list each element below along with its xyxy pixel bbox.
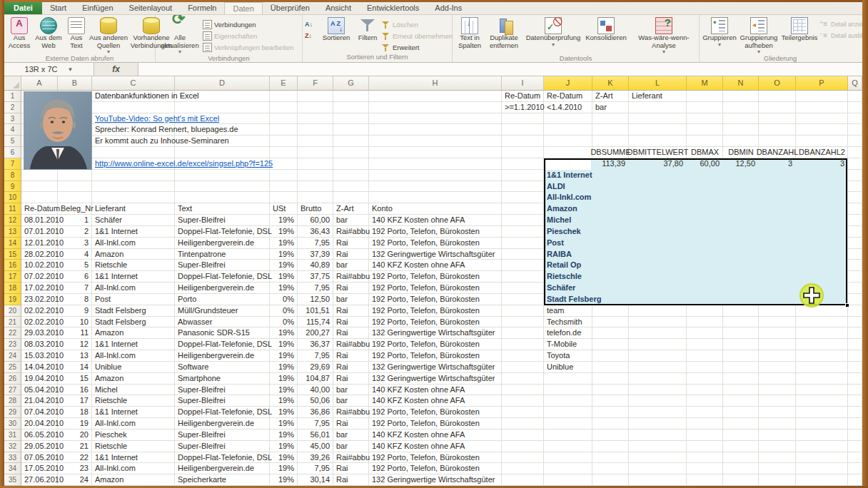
row-header-19[interactable]: 19 bbox=[4, 294, 21, 305]
cell-B24[interactable]: 13 bbox=[58, 350, 89, 362]
tab-ueberpruefen[interactable]: Überprüfen bbox=[263, 2, 318, 14]
cell-G24[interactable]: Rai bbox=[336, 350, 348, 362]
cell-B18[interactable]: 7 bbox=[58, 283, 89, 294]
cell-B31[interactable]: 20 bbox=[58, 429, 89, 441]
loeschen-button[interactable]: Löschen bbox=[381, 19, 453, 30]
cell-H28[interactable]: 140 KFZ Kosten ohne AFA bbox=[372, 395, 465, 407]
column-header-K[interactable]: K bbox=[592, 76, 629, 91]
tab-entwicklertools[interactable]: Entwicklertools bbox=[359, 2, 427, 14]
cell-F27[interactable]: 40,00 bbox=[298, 385, 330, 396]
aus-access-button[interactable]: Aus Access bbox=[6, 16, 33, 54]
cell-F11[interactable]: Brutto bbox=[301, 203, 321, 215]
cell-E33[interactable]: 19% bbox=[270, 452, 294, 464]
cell-F33[interactable]: 39,26 bbox=[298, 452, 330, 464]
cell-J20[interactable]: team bbox=[547, 305, 564, 317]
cell-H22[interactable]: 132 Geringwertige Wirtschaftsgüter bbox=[372, 327, 495, 339]
cell-C7[interactable]: http://www.online-excel.de/excel/singsel… bbox=[95, 158, 273, 170]
cell-H24[interactable]: 192 Porto, Telefon, Bürokosten bbox=[372, 350, 480, 362]
tab-seitenlayout[interactable]: Seitenlayout bbox=[121, 2, 181, 14]
cell-G17[interactable]: Rai#abbu bbox=[336, 271, 370, 283]
cell-C22[interactable]: Amazon bbox=[95, 327, 123, 339]
cell-E21[interactable]: 0% bbox=[270, 317, 294, 328]
cell-C18[interactable]: All-Inkl.com bbox=[95, 283, 136, 294]
cell-H11[interactable]: Konto bbox=[372, 203, 393, 215]
row-header-24[interactable]: 24 bbox=[4, 350, 21, 362]
cell-G21[interactable]: Rai bbox=[336, 317, 348, 328]
cell-D18[interactable]: Heiligenbergverein.de bbox=[178, 283, 254, 294]
cell-G29[interactable]: Rai#abbu bbox=[336, 407, 370, 418]
cell-K2[interactable]: bar bbox=[595, 102, 607, 113]
cell-B12[interactable]: 1 bbox=[58, 215, 89, 226]
cell-H21[interactable]: 192 Porto, Telefon, Bürokosten bbox=[372, 317, 480, 328]
cell-F30[interactable]: 7,95 bbox=[298, 418, 330, 429]
cell-G12[interactable]: bar bbox=[336, 215, 348, 226]
cell-E30[interactable]: 19% bbox=[270, 418, 294, 429]
cell-G33[interactable]: Rai#abbu bbox=[336, 452, 370, 464]
alle-aktualisieren-button[interactable]: Alle aktualisieren bbox=[157, 16, 203, 54]
was-waere-wenn-analyse-button[interactable]: Was-wäre-wenn-Analyse bbox=[628, 16, 700, 54]
cell-J14[interactable]: Post bbox=[547, 238, 564, 249]
cell-E31[interactable]: 19% bbox=[270, 429, 294, 441]
row-header-3[interactable]: 3 bbox=[4, 113, 21, 125]
cell-F12[interactable]: 60,00 bbox=[298, 215, 330, 226]
cell-H34[interactable]: 192 Porto, Telefon, Bürokosten bbox=[372, 463, 480, 474]
column-header-F[interactable]: F bbox=[298, 76, 333, 91]
cell-O7[interactable]: 3 bbox=[759, 158, 792, 170]
cell-E32[interactable]: 19% bbox=[270, 441, 294, 452]
cell-D11[interactable]: Text bbox=[178, 203, 192, 215]
column-header-D[interactable]: D bbox=[175, 76, 270, 91]
cell-F13[interactable]: 36,43 bbox=[298, 226, 330, 238]
cell-B35[interactable]: 24 bbox=[58, 474, 89, 486]
cell-D17[interactable]: Doppel-Flat-Telefonie, DSL bbox=[178, 271, 272, 283]
cell-C29[interactable]: 1&1 Internet bbox=[95, 407, 138, 418]
cell-P6[interactable]: DBANZAHL2 bbox=[799, 147, 845, 158]
row-header-15[interactable]: 15 bbox=[4, 249, 21, 260]
cell-E35[interactable]: 19% bbox=[270, 474, 294, 486]
cell-D35[interactable]: Speicherkarte bbox=[178, 474, 226, 486]
cell-F15[interactable]: 37,39 bbox=[298, 249, 330, 260]
cell-J10[interactable]: All-Inkl.com bbox=[547, 192, 591, 203]
cell-C17[interactable]: 1&1 Internet bbox=[95, 271, 138, 283]
cell-B25[interactable]: 14 bbox=[58, 362, 89, 373]
cell-C25[interactable]: Uniblue bbox=[95, 362, 121, 373]
cell-H18[interactable]: 192 Porto, Telefon, Bürokosten bbox=[372, 283, 480, 294]
column-header-B[interactable]: B bbox=[58, 76, 92, 91]
aus-text-button[interactable]: Aus Text bbox=[64, 16, 89, 54]
row-header-25[interactable]: 25 bbox=[4, 362, 21, 373]
erneut-uebernehmen-button[interactable]: Erneut übernehmen bbox=[381, 30, 453, 41]
cell-B28[interactable]: 17 bbox=[58, 395, 89, 407]
row-header-14[interactable]: 14 bbox=[4, 238, 21, 249]
text-in-spalten-button[interactable]: Text in Spalten bbox=[454, 16, 485, 54]
cell-E16[interactable]: 19% bbox=[270, 260, 294, 271]
cell-D26[interactable]: Smartphone bbox=[178, 373, 221, 385]
cell-G14[interactable]: Rai bbox=[336, 238, 348, 249]
cell-E18[interactable]: 19% bbox=[270, 283, 294, 294]
cell-F16[interactable]: 40,89 bbox=[298, 260, 330, 271]
cell-G13[interactable]: Rai#abbu bbox=[336, 226, 370, 238]
cell-D29[interactable]: Doppel-Flat-Telefonie, DSL bbox=[178, 407, 272, 418]
cell-E20[interactable]: 0% bbox=[270, 305, 294, 317]
cell-J9[interactable]: ALDI bbox=[547, 181, 565, 193]
cell-G15[interactable]: Rai bbox=[336, 249, 348, 260]
sortieren-button[interactable]: Sortieren bbox=[318, 16, 354, 53]
cell-J11[interactable]: Amazon bbox=[547, 203, 577, 215]
cell-C13[interactable]: 1&1 Internet bbox=[95, 226, 138, 238]
cell-C34[interactable]: All-Inkl.com bbox=[95, 463, 136, 474]
cell-H32[interactable]: 140 KFZ Kosten ohne AFA bbox=[372, 441, 465, 452]
cell-E19[interactable]: 0% bbox=[270, 294, 294, 305]
column-header-P[interactable]: P bbox=[796, 76, 848, 91]
row-header-26[interactable]: 26 bbox=[4, 373, 21, 385]
cell-F19[interactable]: 12,50 bbox=[298, 294, 330, 305]
filtern-button[interactable]: Filtern bbox=[354, 16, 381, 53]
teilergebnis-button[interactable]: Teilergebnis bbox=[779, 16, 819, 54]
insert-function-button[interactable]: fx bbox=[94, 63, 138, 76]
cell-H20[interactable]: 192 Porto, Telefon, Bürokosten bbox=[372, 305, 480, 317]
row-header-32[interactable]: 32 bbox=[4, 441, 21, 452]
cell-B22[interactable]: 11 bbox=[58, 327, 89, 339]
cell-B15[interactable]: 4 bbox=[58, 249, 89, 260]
column-header-H[interactable]: H bbox=[369, 76, 502, 91]
cell-H23[interactable]: 192 Porto, Telefon, Bürokosten bbox=[372, 339, 480, 350]
tab-ansicht[interactable]: Ansicht bbox=[318, 2, 359, 14]
cell-I2[interactable]: >=1.1.2010 bbox=[505, 102, 545, 113]
column-header-O[interactable]: O bbox=[759, 76, 796, 91]
